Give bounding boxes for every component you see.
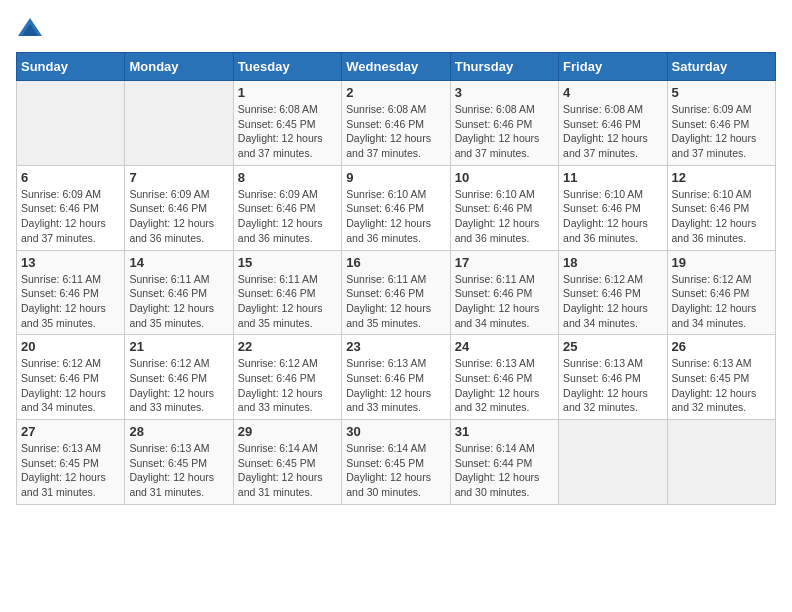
sunrise: Sunrise: 6:10 AM (563, 188, 643, 200)
sunrise: Sunrise: 6:13 AM (346, 357, 426, 369)
sunrise: Sunrise: 6:12 AM (238, 357, 318, 369)
calendar-cell: 27 Sunrise: 6:13 AM Sunset: 6:45 PM Dayl… (17, 420, 125, 505)
sunset: Sunset: 6:46 PM (21, 287, 99, 299)
header-cell-friday: Friday (559, 53, 667, 81)
sunset: Sunset: 6:46 PM (129, 372, 207, 384)
calendar-table: SundayMondayTuesdayWednesdayThursdayFrid… (16, 52, 776, 505)
day-info: Sunrise: 6:12 AM Sunset: 6:46 PM Dayligh… (21, 356, 120, 415)
day-number: 9 (346, 170, 445, 185)
day-number: 18 (563, 255, 662, 270)
sunset: Sunset: 6:46 PM (455, 118, 533, 130)
day-number: 12 (672, 170, 771, 185)
sunset: Sunset: 6:46 PM (346, 118, 424, 130)
sunrise: Sunrise: 6:09 AM (238, 188, 318, 200)
calendar-cell: 22 Sunrise: 6:12 AM Sunset: 6:46 PM Dayl… (233, 335, 341, 420)
sunset: Sunset: 6:46 PM (21, 202, 99, 214)
daylight: Daylight: 12 hours and 35 minutes. (129, 302, 214, 329)
calendar-week-4: 20 Sunrise: 6:12 AM Sunset: 6:46 PM Dayl… (17, 335, 776, 420)
daylight: Daylight: 12 hours and 36 minutes. (563, 217, 648, 244)
sunrise: Sunrise: 6:14 AM (455, 442, 535, 454)
day-number: 15 (238, 255, 337, 270)
day-info: Sunrise: 6:13 AM Sunset: 6:45 PM Dayligh… (672, 356, 771, 415)
calendar-body: 1 Sunrise: 6:08 AM Sunset: 6:45 PM Dayli… (17, 81, 776, 505)
calendar-cell: 14 Sunrise: 6:11 AM Sunset: 6:46 PM Dayl… (125, 250, 233, 335)
sunset: Sunset: 6:46 PM (238, 202, 316, 214)
calendar-cell: 6 Sunrise: 6:09 AM Sunset: 6:46 PM Dayli… (17, 165, 125, 250)
sunrise: Sunrise: 6:12 AM (21, 357, 101, 369)
calendar-cell (559, 420, 667, 505)
sunrise: Sunrise: 6:13 AM (455, 357, 535, 369)
header-cell-wednesday: Wednesday (342, 53, 450, 81)
day-number: 13 (21, 255, 120, 270)
day-info: Sunrise: 6:13 AM Sunset: 6:45 PM Dayligh… (21, 441, 120, 500)
day-info: Sunrise: 6:08 AM Sunset: 6:46 PM Dayligh… (563, 102, 662, 161)
day-number: 11 (563, 170, 662, 185)
sunset: Sunset: 6:46 PM (346, 287, 424, 299)
day-info: Sunrise: 6:10 AM Sunset: 6:46 PM Dayligh… (346, 187, 445, 246)
logo (16, 16, 48, 44)
page-header (16, 16, 776, 44)
calendar-cell (125, 81, 233, 166)
day-number: 4 (563, 85, 662, 100)
day-number: 21 (129, 339, 228, 354)
daylight: Daylight: 12 hours and 37 minutes. (455, 132, 540, 159)
day-info: Sunrise: 6:12 AM Sunset: 6:46 PM Dayligh… (563, 272, 662, 331)
day-info: Sunrise: 6:10 AM Sunset: 6:46 PM Dayligh… (672, 187, 771, 246)
day-number: 20 (21, 339, 120, 354)
daylight: Daylight: 12 hours and 30 minutes. (455, 471, 540, 498)
day-number: 29 (238, 424, 337, 439)
sunset: Sunset: 6:45 PM (238, 118, 316, 130)
day-info: Sunrise: 6:11 AM Sunset: 6:46 PM Dayligh… (21, 272, 120, 331)
day-number: 31 (455, 424, 554, 439)
calendar-cell: 1 Sunrise: 6:08 AM Sunset: 6:45 PM Dayli… (233, 81, 341, 166)
day-info: Sunrise: 6:14 AM Sunset: 6:45 PM Dayligh… (346, 441, 445, 500)
header-cell-sunday: Sunday (17, 53, 125, 81)
sunset: Sunset: 6:46 PM (672, 202, 750, 214)
sunrise: Sunrise: 6:11 AM (21, 273, 101, 285)
calendar-cell: 7 Sunrise: 6:09 AM Sunset: 6:46 PM Dayli… (125, 165, 233, 250)
sunrise: Sunrise: 6:09 AM (129, 188, 209, 200)
calendar-cell: 16 Sunrise: 6:11 AM Sunset: 6:46 PM Dayl… (342, 250, 450, 335)
sunset: Sunset: 6:45 PM (238, 457, 316, 469)
calendar-cell: 28 Sunrise: 6:13 AM Sunset: 6:45 PM Dayl… (125, 420, 233, 505)
day-info: Sunrise: 6:09 AM Sunset: 6:46 PM Dayligh… (238, 187, 337, 246)
day-number: 17 (455, 255, 554, 270)
header-row: SundayMondayTuesdayWednesdayThursdayFrid… (17, 53, 776, 81)
calendar-cell: 2 Sunrise: 6:08 AM Sunset: 6:46 PM Dayli… (342, 81, 450, 166)
calendar-week-3: 13 Sunrise: 6:11 AM Sunset: 6:46 PM Dayl… (17, 250, 776, 335)
day-info: Sunrise: 6:08 AM Sunset: 6:46 PM Dayligh… (346, 102, 445, 161)
calendar-header: SundayMondayTuesdayWednesdayThursdayFrid… (17, 53, 776, 81)
sunset: Sunset: 6:46 PM (238, 372, 316, 384)
daylight: Daylight: 12 hours and 37 minutes. (672, 132, 757, 159)
day-info: Sunrise: 6:09 AM Sunset: 6:46 PM Dayligh… (129, 187, 228, 246)
calendar-cell: 17 Sunrise: 6:11 AM Sunset: 6:46 PM Dayl… (450, 250, 558, 335)
daylight: Daylight: 12 hours and 33 minutes. (129, 387, 214, 414)
day-number: 10 (455, 170, 554, 185)
daylight: Daylight: 12 hours and 36 minutes. (238, 217, 323, 244)
header-cell-thursday: Thursday (450, 53, 558, 81)
sunrise: Sunrise: 6:08 AM (238, 103, 318, 115)
day-number: 8 (238, 170, 337, 185)
sunrise: Sunrise: 6:11 AM (346, 273, 426, 285)
sunset: Sunset: 6:46 PM (563, 118, 641, 130)
day-info: Sunrise: 6:11 AM Sunset: 6:46 PM Dayligh… (455, 272, 554, 331)
sunrise: Sunrise: 6:13 AM (21, 442, 101, 454)
day-number: 22 (238, 339, 337, 354)
calendar-cell: 30 Sunrise: 6:14 AM Sunset: 6:45 PM Dayl… (342, 420, 450, 505)
daylight: Daylight: 12 hours and 32 minutes. (563, 387, 648, 414)
day-number: 24 (455, 339, 554, 354)
calendar-cell: 29 Sunrise: 6:14 AM Sunset: 6:45 PM Dayl… (233, 420, 341, 505)
day-info: Sunrise: 6:13 AM Sunset: 6:46 PM Dayligh… (346, 356, 445, 415)
calendar-cell: 31 Sunrise: 6:14 AM Sunset: 6:44 PM Dayl… (450, 420, 558, 505)
header-cell-saturday: Saturday (667, 53, 775, 81)
calendar-cell: 15 Sunrise: 6:11 AM Sunset: 6:46 PM Dayl… (233, 250, 341, 335)
calendar-cell: 21 Sunrise: 6:12 AM Sunset: 6:46 PM Dayl… (125, 335, 233, 420)
calendar-cell: 5 Sunrise: 6:09 AM Sunset: 6:46 PM Dayli… (667, 81, 775, 166)
sunrise: Sunrise: 6:08 AM (346, 103, 426, 115)
sunset: Sunset: 6:46 PM (455, 202, 533, 214)
sunrise: Sunrise: 6:09 AM (672, 103, 752, 115)
daylight: Daylight: 12 hours and 31 minutes. (238, 471, 323, 498)
calendar-cell: 8 Sunrise: 6:09 AM Sunset: 6:46 PM Dayli… (233, 165, 341, 250)
day-info: Sunrise: 6:12 AM Sunset: 6:46 PM Dayligh… (129, 356, 228, 415)
day-number: 6 (21, 170, 120, 185)
